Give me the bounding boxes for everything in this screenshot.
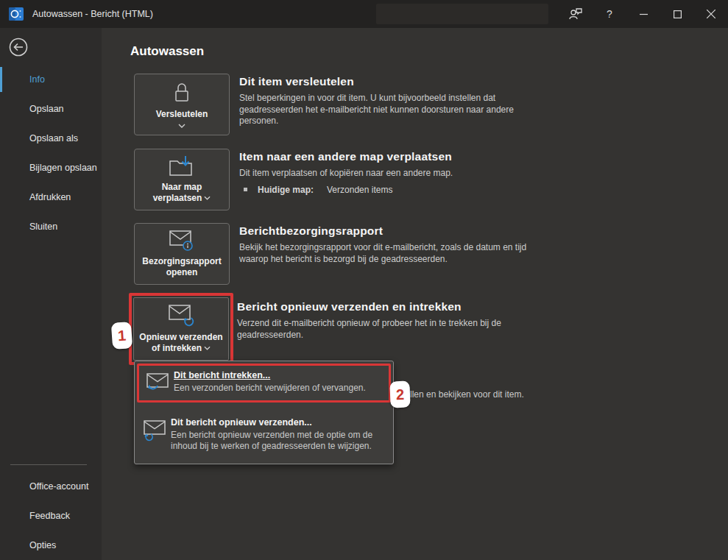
occluded-properties-text: tellen en bekijken voor dit item. (403, 389, 524, 400)
section-description: Dit item verplaatsen of kopiëren naar ee… (239, 168, 453, 180)
resend-recall-dropdown-menu: Dit bericht intrekken... Een verzonden b… (134, 361, 394, 464)
button-label: Versleutelen (156, 109, 208, 120)
annotation-box-1: Opnieuw verzenden of intrekken (129, 293, 233, 365)
sidebar-nav: Info Opslaan Opslaan als Bijlagen opslaa… (0, 65, 102, 241)
sidebar-item-label: Office-account (29, 481, 88, 492)
section-delivery-report: Bezorgingsrapport openen Berichtbezorgin… (134, 223, 537, 285)
feedback-icon[interactable] (559, 0, 593, 28)
outlook-app-icon (9, 7, 24, 21)
active-indicator (0, 67, 2, 92)
sidebar-item-opslaan[interactable]: Opslaan (0, 94, 102, 124)
bezorgingsrapport-openen-button[interactable]: Bezorgingsrapport openen (134, 223, 230, 285)
lock-icon (171, 81, 193, 104)
step-2-badge: 2 (389, 381, 410, 408)
menu-item-title: Dit bericht intrekken... (174, 370, 366, 380)
resend-recall-icon (166, 304, 196, 327)
section-description: Stel beperkingen in voor dit item. U kun… (239, 93, 537, 127)
section-heading: Dit item versleutelen (239, 75, 537, 88)
titlebar: Autowassen - Bericht (HTML) ? (0, 0, 728, 28)
sidebar-item-sluiten[interactable]: Sluiten (0, 212, 102, 241)
current-folder-label: Huidige map: (258, 185, 314, 195)
menu-item-description: Een bericht opnieuw verzenden met de opt… (171, 430, 384, 452)
info-pane: Autowassen Versleutelen Dit item versleu… (102, 28, 728, 560)
current-folder-line: Huidige map: Verzonden items (239, 185, 453, 195)
menu-item-text: Dit bericht opnieuw verzenden... Een ber… (171, 417, 384, 452)
section-description: Verzend dit e-mailbericht opnieuw of pro… (237, 318, 531, 341)
section-text: Berichtbezorgingsrapport Bekijk het bezo… (239, 223, 537, 265)
sidebar-item-afdrukken[interactable]: Afdrukken (0, 182, 102, 212)
bullet-icon (244, 188, 247, 191)
sidebar-item-opties[interactable]: Opties (0, 531, 102, 560)
section-heading: Item naar een andere map verplaatsen (239, 150, 453, 163)
help-icon[interactable]: ? (593, 0, 626, 28)
menu-item-recall-message[interactable]: Dit bericht intrekken... Een verzonden b… (139, 366, 389, 400)
chevron-down-icon (204, 196, 211, 200)
sidebar-item-opslaan-als[interactable]: Opslaan als (0, 124, 102, 153)
button-label: Naar map verplaatsen (139, 182, 225, 204)
window-controls: ? (559, 0, 728, 28)
button-label-text: Naar map verplaatsen (153, 182, 202, 203)
sidebar-item-label: Bijlagen opslaan (29, 163, 97, 173)
menu-item-text: Dit bericht intrekken... Een verzonden b… (174, 370, 366, 394)
annotation-box-2: Dit bericht intrekken... Een verzonden b… (137, 364, 391, 403)
button-label: Bezorgingsrapport openen (139, 256, 225, 278)
section-encrypt: Versleutelen Dit item versleutelen Stel … (134, 74, 537, 135)
current-folder-value: Verzonden items (327, 185, 392, 195)
versleutelen-button[interactable]: Versleutelen (134, 74, 230, 135)
minimize-icon[interactable] (626, 0, 660, 28)
maximize-icon[interactable] (660, 0, 694, 28)
section-description: Bekijk het bezorgingsrapport voor dit e-… (239, 242, 537, 265)
opnieuw-verzenden-of-intrekken-button[interactable]: Opnieuw verzenden of intrekken (133, 297, 229, 361)
delivery-report-icon (167, 230, 197, 252)
sidebar-item-label: Sluiten (29, 221, 57, 232)
sidebar-item-label: Afdrukken (29, 192, 71, 202)
sidebar-item-bijlagen-opslaan[interactable]: Bijlagen opslaan (0, 153, 102, 182)
outlook-backstage-window: Autowassen - Bericht (HTML) ? (0, 0, 728, 560)
sidebar-item-label: Opslaan (29, 104, 64, 114)
close-icon[interactable] (694, 0, 728, 28)
section-heading: Berichtbezorgingsrapport (239, 224, 537, 238)
sidebar-item-office-account[interactable]: Office-account (0, 472, 102, 501)
recall-message-icon (146, 370, 174, 396)
step-1-badge: 1 (111, 322, 132, 350)
section-text: Bericht opnieuw verzenden en intrekken V… (237, 300, 531, 341)
sidebar-divider (10, 464, 87, 465)
menu-item-title: Dit bericht opnieuw verzenden... (171, 417, 384, 428)
sidebar-item-label: Opslaan als (29, 133, 78, 143)
naar-map-verplaatsen-button[interactable]: Naar map verplaatsen (134, 149, 230, 210)
back-button[interactable] (9, 38, 28, 57)
titlebar-search-area[interactable] (376, 4, 548, 24)
chevron-down-icon (178, 124, 185, 128)
sidebar-footer: Office-account Feedback Opties (0, 464, 102, 560)
menu-item-resend-message[interactable]: Dit bericht opnieuw verzenden... Een ber… (136, 413, 392, 456)
sidebar-item-label: Opties (29, 540, 56, 550)
move-to-folder-icon (168, 155, 196, 177)
section-move: Naar map verplaatsen Item naar een ander… (134, 149, 453, 210)
section-text: Item naar een andere map verplaatsen Dit… (239, 149, 453, 195)
backstage-sidebar: Info Opslaan Opslaan als Bijlagen opslaa… (0, 28, 102, 560)
window-title: Autowassen - Bericht (HTML) (32, 0, 153, 28)
section-text: Dit item versleutelen Stel beperkingen i… (239, 74, 537, 127)
section-heading: Bericht opnieuw verzenden en intrekken (237, 300, 531, 313)
resend-message-icon (143, 417, 171, 444)
page-title: Autowassen (130, 44, 204, 59)
sidebar-item-info[interactable]: Info (0, 65, 102, 94)
button-label: Opnieuw verzenden of intrekken (138, 332, 224, 354)
sidebar-item-label: Feedback (29, 511, 70, 521)
sidebar-item-label: Info (29, 74, 45, 85)
menu-item-description: Een verzonden bericht verwijderen of ver… (174, 383, 366, 394)
sidebar-item-feedback[interactable]: Feedback (0, 501, 102, 531)
chevron-down-icon (204, 346, 211, 350)
